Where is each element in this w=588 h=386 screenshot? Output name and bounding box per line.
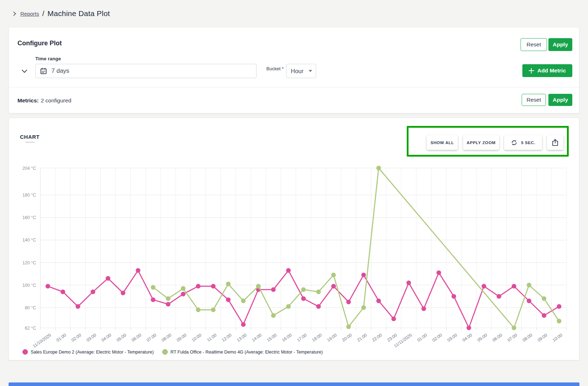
chevron-right-icon[interactable] — [11, 11, 16, 16]
breadcrumb-link-reports[interactable]: Reports — [20, 11, 39, 17]
svg-text:14:00: 14:00 — [251, 332, 263, 343]
add-metric-label: Add Metric — [537, 67, 566, 74]
metrics-summary: Metrics:2 configured — [17, 97, 71, 104]
svg-text:13:00: 13:00 — [236, 332, 248, 343]
svg-text:18:00: 18:00 — [311, 332, 323, 343]
bucket-label: Bucket * — [255, 66, 284, 71]
svg-text:06:00: 06:00 — [131, 332, 142, 343]
svg-text:17:00: 17:00 — [296, 332, 308, 343]
svg-text:01:00: 01:00 — [416, 332, 428, 343]
section-divider — [9, 87, 579, 87]
metrics-label: Metrics: — [17, 97, 39, 103]
svg-text:07:00: 07:00 — [507, 332, 518, 343]
svg-text:10:00: 10:00 — [552, 332, 563, 343]
metrics-count: 2 configured — [41, 97, 71, 103]
grid — [40, 168, 567, 330]
svg-text:100 °C: 100 °C — [22, 283, 36, 288]
svg-text:04:00: 04:00 — [101, 332, 112, 343]
series-1-color-dot — [22, 349, 28, 355]
svg-text:204 °C: 204 °C — [22, 166, 36, 171]
breadcrumb-separator: / — [42, 10, 45, 18]
refresh-interval-button[interactable]: 5 SEC. — [504, 135, 542, 150]
line-chart[interactable]: 204 °C180 °C160 °C140 °C120 °C100 °C80 °… — [9, 154, 573, 348]
apply-button-top[interactable]: Apply — [548, 38, 572, 51]
page-title: Machine Data Plot — [47, 9, 110, 18]
series-1 — [46, 268, 562, 330]
svg-text:07:00: 07:00 — [146, 332, 157, 343]
svg-text:160 °C: 160 °C — [22, 215, 36, 220]
plus-icon — [529, 68, 534, 73]
time-range-label: Time range — [35, 56, 61, 61]
svg-text:02:00: 02:00 — [70, 332, 82, 343]
refresh-icon — [511, 139, 518, 146]
svg-text:11:00: 11:00 — [206, 332, 217, 342]
svg-text:09:00: 09:00 — [537, 332, 548, 343]
svg-text:10:00: 10:00 — [191, 332, 203, 343]
apply-button-metrics[interactable]: Apply — [548, 94, 572, 106]
svg-text:03:00: 03:00 — [86, 332, 97, 343]
svg-text:11/10/2025: 11/10/2025 — [32, 332, 52, 348]
svg-text:80 °C: 80 °C — [25, 305, 36, 310]
chart-legend: Sales Europe Demo 2 (Average: Electric M… — [22, 349, 323, 355]
reset-button-metrics[interactable]: Reset — [522, 94, 546, 106]
bucket-select[interactable]: Hour — [286, 64, 316, 78]
svg-text:16:00: 16:00 — [281, 332, 293, 343]
add-metric-button[interactable]: Add Metric — [522, 64, 572, 77]
svg-text:05:00: 05:00 — [116, 332, 127, 343]
apply-zoom-button[interactable]: APPLY ZOOM — [463, 135, 499, 150]
configure-plot-panel: Configure Plot Time range 7 days Bucket … — [9, 27, 579, 113]
breadcrumb: Reports / Machine Data Plot — [12, 8, 110, 19]
svg-text:21:00: 21:00 — [356, 332, 368, 343]
series-2-name: RT Fulda Office - Realtime Demo 4G (Aver… — [171, 350, 323, 355]
series-2-color-dot — [162, 349, 168, 355]
collapse-section-icon[interactable] — [22, 67, 27, 73]
svg-text:06:00: 06:00 — [491, 332, 503, 343]
show-all-button[interactable]: SHOW ALL — [427, 135, 458, 150]
export-icon — [551, 139, 559, 147]
svg-text:12:00: 12:00 — [221, 332, 233, 343]
time-range-value: 7 days — [51, 67, 69, 75]
svg-text:03:00: 03:00 — [446, 332, 458, 343]
configure-plot-title: Configure Plot — [17, 40, 62, 47]
chevron-down-icon — [309, 70, 312, 72]
next-panel-top-edge — [9, 382, 579, 386]
time-range-input[interactable]: 7 days — [35, 64, 257, 78]
series-1-name: Sales Europe Demo 2 (Average: Electric M… — [31, 350, 154, 355]
svg-text:08:00: 08:00 — [161, 332, 172, 343]
svg-text:22:00: 22:00 — [371, 332, 383, 343]
refresh-interval-label: 5 SEC. — [521, 141, 535, 145]
svg-text:08:00: 08:00 — [522, 332, 533, 343]
chart-drag-handle — [25, 142, 35, 143]
svg-text:02:00: 02:00 — [431, 332, 443, 343]
svg-text:09:00: 09:00 — [176, 332, 187, 343]
reset-button-top[interactable]: Reset — [521, 38, 547, 51]
chart-section-title: CHART — [20, 134, 40, 140]
svg-text:20:00: 20:00 — [341, 332, 353, 343]
bucket-value: Hour — [291, 68, 304, 75]
legend-item-series-2[interactable]: RT Fulda Office - Realtime Demo 4G (Aver… — [162, 349, 323, 355]
svg-text:23:00: 23:00 — [386, 332, 398, 343]
svg-text:140 °C: 140 °C — [22, 238, 36, 243]
svg-text:19:00: 19:00 — [326, 332, 338, 343]
export-button[interactable] — [547, 135, 563, 150]
svg-text:01:00: 01:00 — [55, 332, 67, 343]
svg-text:120 °C: 120 °C — [22, 260, 36, 265]
legend-item-series-1[interactable]: Sales Europe Demo 2 (Average: Electric M… — [22, 349, 154, 355]
svg-text:180 °C: 180 °C — [22, 193, 36, 198]
svg-text:05:00: 05:00 — [476, 332, 488, 343]
calendar-icon — [40, 67, 47, 75]
axis-labels: 204 °C180 °C160 °C140 °C120 °C100 °C80 °… — [22, 166, 563, 349]
chart-panel: CHART SHOW ALL APPLY ZOOM 5 SEC. 204 °C1… — [9, 118, 579, 360]
svg-text:15:00: 15:00 — [266, 332, 278, 343]
svg-text:62 °C: 62 °C — [25, 326, 36, 331]
svg-text:04:00: 04:00 — [461, 332, 473, 343]
